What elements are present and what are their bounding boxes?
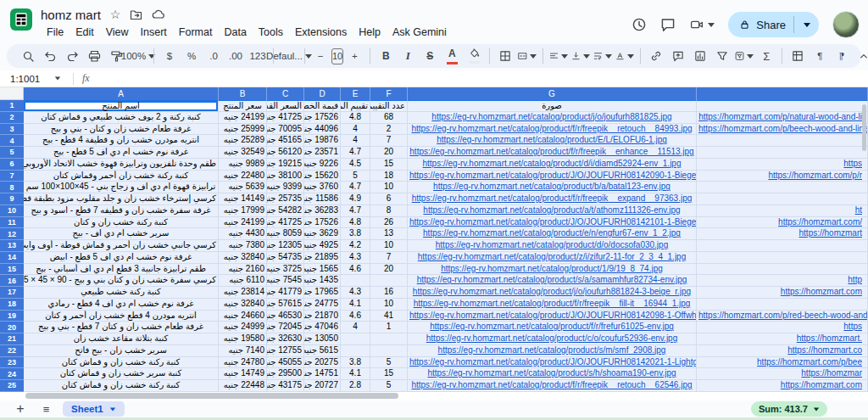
rating-cell[interactable]: 4.2 [341,240,370,252]
review-count-cell[interactable] [370,333,408,345]
paragraph-ltr-icon[interactable]: ¶ [809,46,831,66]
paragraph-rtl-icon[interactable]: ¶ [831,46,853,66]
rating-cell[interactable]: 4 [341,135,370,147]
image-url-cell[interactable]: https://eg-rv.homzmart.net/catalog/produ… [408,124,697,136]
product-name-cell[interactable]: انتريه مودرن 4 قطع خشب زان أحمر و كتان [24,311,219,322]
discount-cell[interactable]: 9226 جنيه [304,159,341,171]
product-name-cell[interactable]: كنبة بتلاتة مقاعد خشب زان [24,333,219,345]
italic-button[interactable]: I [397,46,419,66]
price-cell[interactable]: 25999 جنيه [219,124,267,136]
row-header[interactable]: 12 [0,228,24,240]
old-price-cell[interactable]: 7545 جنيه [267,275,304,287]
image-url-cell[interactable]: https://eg-rv.homzmart.net/catalog/produ… [408,240,697,252]
text-wrap-icon[interactable] [592,46,614,66]
row-header[interactable]: 19 [0,311,24,322]
old-price-cell[interactable]: 19215 جنيه [267,159,304,171]
product-url-cell[interactable] [697,299,868,311]
format-percent-button[interactable]: % [181,46,203,66]
font-size-input[interactable]: 10 [331,48,343,64]
rating-cell[interactable]: 4 [341,124,370,136]
product-name-cell[interactable]: كنبة ركنة خشب زان و قماش كتان [24,357,219,369]
price-cell[interactable]: 24660 جنيه [219,311,267,322]
rating-cell[interactable] [341,345,370,357]
video-call-button[interactable] [689,18,715,31]
product-name-cell[interactable]: كنبة ركنة خشب زان أحمر وقماش كتان [24,171,219,182]
price-cell[interactable]: 24199 جنيه [219,217,267,229]
cloud-status-icon[interactable] [152,8,165,21]
price-cell[interactable]: 24199 جنيه [219,112,267,124]
review-count-cell[interactable]: 7 [370,252,408,264]
column-header-c[interactable]: C [267,87,304,100]
review-count-cell[interactable] [370,345,408,357]
product-name-cell[interactable]: كنبة ركنة خشب زان و قماش كتان [24,380,219,392]
image-url-cell[interactable]: https://eg-rv.homzmart.net/catalog/produ… [408,182,697,193]
rating-cell[interactable] [341,275,370,287]
doc-title[interactable]: homz mart [41,8,101,22]
old-price-cell[interactable]: 57615 جنيه [267,299,304,311]
review-count-cell[interactable]: 13 [370,228,408,240]
review-count-cell[interactable]: 6 [370,193,408,205]
old-price-cell[interactable]: 41725 جنيه [267,217,304,229]
discount-cell[interactable]: 13050 جنيه [304,333,341,345]
price-cell[interactable]: 4430 جنيه [219,228,267,240]
redo-icon[interactable] [61,46,83,66]
review-count-cell[interactable]: 7 [370,135,408,147]
product-name-cell[interactable]: كنبة ركنة خشب طبيعي [24,287,219,299]
format-currency-button[interactable]: $ [159,46,181,66]
row-header[interactable]: 24 [0,368,24,380]
row-header[interactable]: 8 [0,182,24,193]
rating-cell[interactable]: 4 [341,322,370,333]
all-sheets-icon[interactable]: ≡ [37,403,54,416]
review-count-cell[interactable]: عدد التقييمات [370,100,408,112]
review-count-cell[interactable] [370,275,408,287]
version-history-icon[interactable] [632,17,647,32]
price-cell[interactable]: 22480 جنيه [219,171,267,182]
discount-cell[interactable]: 36283 جنيه [304,205,341,217]
price-cell[interactable]: 9989 جنيه [219,159,267,171]
product-url-cell[interactable]: https://homzmart.com/p/red-beech-wood-an… [697,311,868,322]
review-count-cell[interactable]: 15 [370,159,408,171]
row-header[interactable]: 2 [0,112,24,124]
insert-link-icon[interactable] [645,46,667,66]
image-url-cell[interactable]: https://eg-rv.homzmart.net/catalog/produ… [408,311,697,322]
discount-cell[interactable]: 15620 جنيه [304,171,341,182]
discount-cell[interactable]: 19876 جنيه [304,135,341,147]
horizontal-align-icon[interactable] [548,46,570,66]
menu-help[interactable]: Help [353,25,387,40]
product-url-cell[interactable] [697,193,868,205]
share-caret-icon[interactable] [804,23,810,27]
name-box[interactable]: 1:1001 [10,74,54,84]
product-name-cell[interactable]: غرفة طعام خشب زان و كتان - بني و بيج [24,124,219,136]
move-folder-icon[interactable] [130,8,142,21]
column-header-a[interactable]: A [24,87,219,100]
avatar[interactable] [832,11,860,38]
rating-cell[interactable]: 4.1 [341,368,370,380]
rating-cell[interactable]: 4.7 [341,147,370,159]
old-price-cell[interactable]: 43175 جنيه [267,380,304,392]
review-count-cell[interactable]: 20 [370,264,408,276]
merge-cells-icon[interactable] [516,46,538,66]
row-header[interactable]: 6 [0,159,24,171]
old-price-cell[interactable]: 56120 جنيه [267,147,304,159]
rating-cell[interactable]: 4.9 [341,193,370,205]
image-url-cell[interactable]: https://eg-rv.homzmart.net/catalog/produ… [408,275,697,287]
menu-format[interactable]: Format [173,25,219,40]
bold-button[interactable]: B [375,46,397,66]
price-cell[interactable]: 19580 جنيه [219,333,267,345]
review-count-cell[interactable]: 18 [370,171,408,182]
zoom-select[interactable]: 100% [127,46,149,66]
old-price-cell[interactable]: 70095 جنيه [267,124,304,136]
row-header[interactable]: 17 [0,287,24,299]
discount-cell[interactable]: 20275 جنيه [304,357,341,369]
discount-cell[interactable]: 3629 جنيه [304,228,341,240]
product-url-cell[interactable]: https://homzmart.com [697,287,868,299]
price-cell[interactable]: 17999 جنيه [219,205,267,217]
old-price-cell[interactable]: 41779 جنيه [267,287,304,299]
sheet-tab-caret-icon[interactable] [110,407,115,411]
row-header[interactable]: 16 [0,275,24,287]
review-count-cell[interactable]: 26 [370,217,408,229]
column-header-b[interactable]: B [219,87,267,100]
image-url-cell[interactable]: https://eg-rv.homzmart.net/catalog/produ… [408,264,697,276]
discount-cell[interactable]: 11586 جنيه [304,193,341,205]
row-header[interactable]: 20 [0,322,24,333]
